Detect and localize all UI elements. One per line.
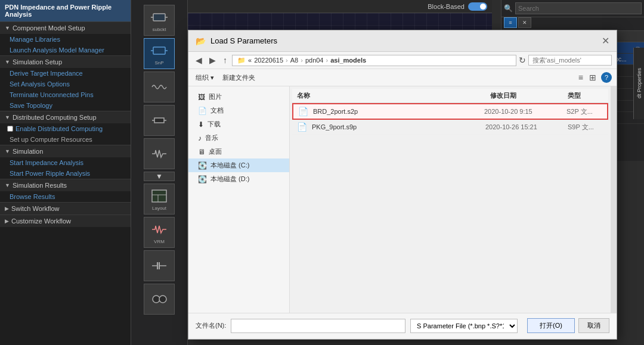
toolbar-strip: subckt SnP ▼ Layout bbox=[131, 0, 188, 345]
filter-buttons: ≡ ✕ bbox=[501, 17, 644, 31]
tool-layout-label: Layout bbox=[152, 206, 166, 211]
sidebar-item-save-topology[interactable]: Save Topology bbox=[0, 100, 131, 111]
new-folder-button[interactable]: 新建文件夹 bbox=[220, 72, 258, 83]
tool-resistor[interactable] bbox=[144, 105, 175, 136]
tool-inductor[interactable] bbox=[144, 72, 175, 102]
sidebar-item-terminate-pins[interactable]: Terminate Unconnected Pins bbox=[0, 89, 131, 100]
vertical-tab-properties[interactable]: dt Properties bbox=[633, 48, 644, 119]
section-component-model-setup[interactable]: ▼ Component Model Setup bbox=[0, 21, 131, 34]
breadcrumb-part-4[interactable]: asi_models bbox=[330, 57, 366, 64]
section-switch-workflow[interactable]: ▶ Switch Workflow bbox=[0, 202, 131, 215]
dialog-nav: ◀ ▶ ↑ 📁 « 20220615 › A8 › pdn04 › asi_mo… bbox=[188, 52, 617, 69]
file-dialog: 📂 Load S Parameters ✕ ◀ ▶ ↑ 📁 « 20220615… bbox=[188, 30, 617, 340]
file-list-header: 名称 修改日期 类型 bbox=[292, 89, 608, 103]
dialog-buttons: 打开(O) 取消 bbox=[527, 318, 609, 333]
col-name-header: 名称 bbox=[297, 91, 490, 100]
block-based-toggle[interactable] bbox=[468, 2, 487, 11]
sidebar-item-launch-analysis[interactable]: Launch Analysis Model Manager bbox=[0, 45, 131, 55]
filename-input[interactable] bbox=[231, 319, 405, 333]
nav-forward-button[interactable]: ▶ bbox=[207, 54, 218, 66]
nav-refresh-button[interactable]: ↻ bbox=[519, 55, 526, 65]
tool-subckt[interactable]: subckt bbox=[144, 5, 175, 36]
app-title: PDN Impedance and Power Ripple Analysis bbox=[0, 0, 131, 21]
svg-rect-3 bbox=[153, 47, 165, 54]
tool-snp-label: SnP bbox=[154, 60, 163, 66]
music-icon: ♪ bbox=[198, 134, 202, 142]
dialog-main: 名称 修改日期 类型 📄 BRD_2port.s2p 2020-10-20 9:… bbox=[290, 86, 611, 313]
section-distributed-computing[interactable]: ▼ Distributed Computing Setup bbox=[0, 111, 131, 123]
breadcrumb-part-2[interactable]: A8 bbox=[290, 57, 298, 64]
breadcrumb-bar: 📁 « 20220615 › A8 › pdn04 › asi_models bbox=[232, 55, 516, 66]
tool-waveform[interactable] bbox=[144, 138, 175, 169]
file-icon-pkg: 📄 bbox=[297, 122, 307, 132]
col-type-header: 类型 bbox=[568, 91, 603, 100]
tree-item-downloads[interactable]: ⬇ 下载 bbox=[188, 117, 289, 131]
dialog-title: 📂 Load S Parameters bbox=[196, 36, 277, 46]
tree-item-music[interactable]: ♪ 音乐 bbox=[188, 131, 289, 145]
tool-layout[interactable]: Layout bbox=[144, 184, 175, 215]
file-name-pkg: PKG_9port.s9p bbox=[312, 123, 481, 130]
filter-btn-2[interactable]: ✕ bbox=[518, 17, 531, 28]
dialog-toolbar: 组织 ▾ 新建文件夹 ≡ ⊞ ? bbox=[188, 69, 617, 86]
tool-arrow-down[interactable]: ▼ bbox=[144, 172, 175, 181]
sidebar-item-browse-results[interactable]: Browse Results bbox=[0, 191, 131, 202]
sidebar-item-manage-libraries[interactable]: Manage Libraries bbox=[0, 34, 131, 45]
filetype-select[interactable]: S Parameter File (*.bnp *.S?*1 bbox=[410, 319, 518, 333]
tree-item-local-disk-c[interactable]: 💽 本地磁盘 (C:) bbox=[188, 158, 289, 172]
tool-capacitor[interactable] bbox=[144, 250, 175, 281]
vertical-tab-label: dt Properties bbox=[636, 68, 642, 98]
sidebar-item-set-analysis[interactable]: Set Analysis Options bbox=[0, 79, 131, 89]
dialog-scrollbar[interactable] bbox=[611, 86, 617, 313]
file-item-brd-2port[interactable]: 📄 BRD_2port.s2p 2020-10-20 9:15 S2P 文... bbox=[292, 103, 608, 120]
right-panel-search-input[interactable] bbox=[515, 2, 642, 14]
dialog-footer: 文件名(N): S Parameter File (*.bnp *.S?*1 打… bbox=[188, 313, 617, 338]
arrow-icon-dist: ▼ bbox=[5, 114, 10, 120]
section-simulation-results[interactable]: ▼ Simulation Results bbox=[0, 179, 131, 191]
tool-component2[interactable] bbox=[144, 284, 175, 315]
organize-button[interactable]: 组织 ▾ bbox=[193, 72, 216, 83]
block-based-label: Block-Based bbox=[428, 3, 465, 10]
filter-btn-1[interactable]: ≡ bbox=[504, 17, 517, 28]
tree-item-local-disk-d[interactable]: 💽 本地磁盘 (D:) bbox=[188, 172, 289, 186]
breadcrumb-part-1[interactable]: 20220615 bbox=[254, 57, 283, 64]
section-customize-workflow[interactable]: ▶ Customize Workflow bbox=[0, 215, 131, 227]
view-btn-help[interactable]: ? bbox=[601, 72, 612, 83]
breadcrumb-part-0[interactable]: « bbox=[248, 57, 252, 64]
sidebar-item-start-power-ripple[interactable]: Start Power Ripple Analysis bbox=[0, 168, 131, 179]
section-simulation-setup[interactable]: ▼ Simulation Setup bbox=[0, 55, 131, 68]
open-button[interactable]: 打开(O) bbox=[527, 318, 575, 333]
arrow-icon-switch: ▶ bbox=[5, 206, 9, 212]
downloads-icon: ⬇ bbox=[198, 120, 204, 129]
file-icon-brd: 📄 bbox=[298, 107, 308, 116]
sidebar-item-derive-target[interactable]: Derive Target Impedance bbox=[0, 68, 131, 79]
sidebar-item-enable-distributed[interactable]: Enable Distributed Computing bbox=[0, 123, 131, 134]
svg-point-16 bbox=[153, 296, 160, 303]
dialog-search-input[interactable] bbox=[528, 55, 612, 66]
breadcrumb-sep-0: 📁 bbox=[237, 57, 246, 64]
view-btn-list[interactable]: ≡ bbox=[577, 72, 584, 83]
dialog-close-button[interactable]: ✕ bbox=[602, 35, 609, 46]
left-panel: PDN Impedance and Power Ripple Analysis … bbox=[0, 0, 131, 345]
sidebar-item-start-impedance[interactable]: Start Impedance Analysis bbox=[0, 157, 131, 168]
file-date-pkg: 2020-10-26 15:21 bbox=[485, 123, 563, 130]
tree-item-desktop[interactable]: 🖥 桌面 bbox=[188, 145, 289, 158]
arrow-icon-results: ▼ bbox=[5, 182, 10, 188]
nav-up-button[interactable]: ↑ bbox=[221, 54, 230, 66]
dialog-left-tree: 🖼 图片 📄 文档 ⬇ 下载 ♪ 音乐 🖥 桌面 💽 本地磁盘 (C:) bbox=[188, 86, 290, 313]
pictures-icon: 🖼 bbox=[198, 93, 205, 101]
dialog-title-bar: 📂 Load S Parameters ✕ bbox=[188, 30, 617, 52]
tool-subckt-label: subckt bbox=[152, 27, 166, 32]
tree-item-documents[interactable]: 📄 文档 bbox=[188, 104, 289, 117]
file-item-pkg-9port[interactable]: 📄 PKG_9port.s9p 2020-10-26 15:21 S9P 文..… bbox=[292, 120, 608, 135]
tool-snp[interactable]: SnP bbox=[144, 38, 175, 69]
breadcrumb-part-3[interactable]: pdn04 bbox=[305, 57, 324, 64]
nav-back-button[interactable]: ◀ bbox=[193, 54, 205, 66]
view-btn-icons[interactable]: ⊞ bbox=[588, 72, 597, 83]
tool-vrm[interactable]: VRM bbox=[144, 217, 175, 248]
desktop-icon: 🖥 bbox=[198, 148, 205, 156]
cancel-button[interactable]: 取消 bbox=[578, 318, 609, 333]
sidebar-item-setup-computer: Set up Computer Resources bbox=[0, 134, 131, 145]
tree-item-pictures[interactable]: 🖼 图片 bbox=[188, 90, 289, 104]
section-simulation[interactable]: ▼ Simulation bbox=[0, 145, 131, 157]
enable-distributed-checkbox[interactable] bbox=[7, 126, 13, 132]
